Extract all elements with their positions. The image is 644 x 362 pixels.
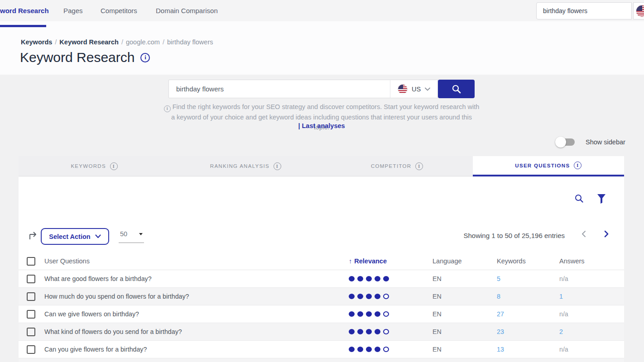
breadcrumb-keyword-research[interactable]: Keyword Research — [59, 38, 119, 46]
info-icon[interactable]: i — [110, 162, 118, 170]
question-cell: What kind of flowers do you send for a b… — [44, 328, 349, 335]
topnav-search-input[interactable] — [537, 7, 631, 14]
tab-label: COMPETITOR — [371, 163, 411, 169]
nav-item-domain-comparison[interactable]: Domain Comparison — [156, 7, 218, 14]
relevance-dot-filled — [357, 276, 363, 281]
header-answers: Answers — [559, 257, 624, 265]
relevance-dots — [349, 311, 433, 317]
row-checkbox[interactable] — [27, 310, 35, 319]
select-action-label: Select Action — [49, 233, 90, 240]
header-band — [0, 21, 644, 75]
tab-bar: KEYWORDS i RANKING ANALYSIS i COMPETITOR… — [19, 156, 624, 176]
sort-asc-icon: ↑ — [349, 257, 352, 265]
tab-ranking-analysis[interactable]: RANKING ANALYSIS i — [170, 156, 321, 176]
breadcrumb-keywords[interactable]: Keywords — [21, 38, 52, 46]
relevance-dot-filled — [375, 294, 380, 299]
nav-item-competitors[interactable]: Competitors — [101, 7, 137, 14]
table-row: What are good flowers for a birthday? EN… — [19, 270, 624, 288]
breadcrumb-keyword: birthday flowers — [167, 38, 213, 46]
answers-cell[interactable]: 1 — [559, 293, 563, 300]
relevance-dot-filled — [349, 347, 355, 352]
results-card: KEYWORDS i RANKING ANALYSIS i COMPETITOR… — [19, 156, 624, 362]
search-button[interactable] — [438, 80, 475, 98]
row-checkbox[interactable] — [27, 275, 35, 283]
relevance-dot-empty — [383, 347, 389, 352]
us-flag-icon — [636, 5, 644, 17]
keywords-link[interactable]: 5 — [497, 275, 500, 282]
info-icon[interactable]: i — [574, 162, 582, 169]
header-relevance[interactable]: ↑ Relevance — [349, 257, 433, 265]
question-cell: How much do you spend on flowers for a b… — [44, 293, 349, 300]
table-header: User Questions ↑ Relevance Language Keyw… — [19, 252, 624, 270]
select-action-button[interactable]: Select Action — [41, 228, 109, 245]
next-page-icon[interactable] — [603, 230, 610, 238]
header-language: Language — [433, 257, 497, 265]
relevance-dot-filled — [366, 276, 372, 281]
last-analyses-link[interactable]: | Last analyses — [168, 122, 475, 129]
topnav-country-selector[interactable] — [633, 2, 644, 19]
table-search-icon[interactable] — [574, 194, 584, 204]
page-size-select[interactable]: 50 — [119, 229, 144, 243]
relevance-dot-filled — [366, 294, 372, 299]
language-cell: EN — [433, 346, 497, 353]
keywords-link[interactable]: 8 — [497, 293, 500, 300]
info-icon[interactable]: i — [415, 162, 423, 170]
relevance-dot-filled — [349, 329, 355, 334]
relevance-dot-filled — [375, 311, 380, 317]
active-nav-underline — [0, 25, 46, 27]
nav-item-keyword-research[interactable]: word Research — [0, 7, 49, 14]
answers-cell: n/a — [559, 346, 568, 353]
breadcrumb-separator: / — [163, 38, 164, 46]
answers-cell[interactable]: 2 — [559, 328, 563, 335]
tab-user-questions[interactable]: USER QUESTIONS i — [473, 156, 624, 176]
info-icon[interactable]: i — [274, 162, 281, 170]
keywords-link[interactable]: 27 — [497, 310, 504, 318]
relevance-dot-empty — [383, 294, 389, 299]
country-selector[interactable]: US — [390, 80, 438, 98]
table-row: How much do you spend on flowers for a b… — [19, 288, 624, 305]
language-cell: EN — [433, 328, 497, 335]
row-checkbox[interactable] — [27, 345, 35, 354]
page-size-value: 50 — [120, 230, 127, 238]
keywords-link[interactable]: 23 — [497, 328, 504, 335]
header-user-questions: User Questions — [44, 257, 349, 265]
filter-icon[interactable] — [597, 194, 606, 204]
breadcrumb-domain: google.com — [126, 38, 160, 46]
relevance-dot-empty — [383, 311, 389, 317]
title-info-icon[interactable]: i — [140, 53, 150, 62]
prev-page-icon[interactable] — [581, 230, 587, 238]
language-cell: EN — [433, 293, 497, 300]
dropdown-triangle-icon — [139, 233, 143, 235]
language-cell: EN — [433, 275, 497, 282]
relevance-dot-filled — [366, 311, 372, 317]
info-icon: i — [164, 105, 171, 112]
tab-competitor[interactable]: COMPETITOR i — [322, 156, 473, 176]
question-cell: Can you give flowers for a birthday? — [44, 346, 349, 353]
export-icon[interactable] — [28, 230, 38, 241]
row-checkbox[interactable] — [27, 292, 35, 301]
relevance-dot-filled — [366, 329, 372, 334]
keyword-search-input[interactable] — [168, 80, 390, 98]
select-all-checkbox[interactable] — [27, 257, 35, 266]
relevance-dot-filled — [375, 276, 380, 281]
show-sidebar-label: Show sidebar — [586, 138, 625, 146]
page-title: Keyword Research i — [20, 50, 150, 65]
relevance-dots — [349, 276, 433, 281]
table-row: Can you give flowers for a birthday? EN … — [19, 341, 624, 358]
chevron-down-icon — [425, 87, 430, 91]
table-body: What are good flowers for a birthday? EN… — [19, 270, 624, 362]
relevance-dots — [349, 329, 433, 334]
relevance-dots — [349, 347, 433, 352]
tab-label: RANKING ANALYSIS — [210, 163, 269, 169]
nav-item-pages[interactable]: Pages — [63, 7, 83, 14]
row-checkbox[interactable] — [27, 328, 35, 336]
show-sidebar-toggle[interactable] — [557, 138, 575, 146]
relevance-dot-filled — [349, 294, 355, 299]
chevron-down-icon — [95, 234, 101, 238]
topnav-search — [536, 2, 632, 19]
tab-keywords[interactable]: KEYWORDS i — [19, 156, 170, 176]
question-cell: What are good flowers for a birthday? — [44, 275, 349, 282]
relevance-dot-filled — [375, 347, 380, 352]
relevance-dot-filled — [366, 347, 372, 352]
keywords-link[interactable]: 13 — [497, 346, 504, 353]
